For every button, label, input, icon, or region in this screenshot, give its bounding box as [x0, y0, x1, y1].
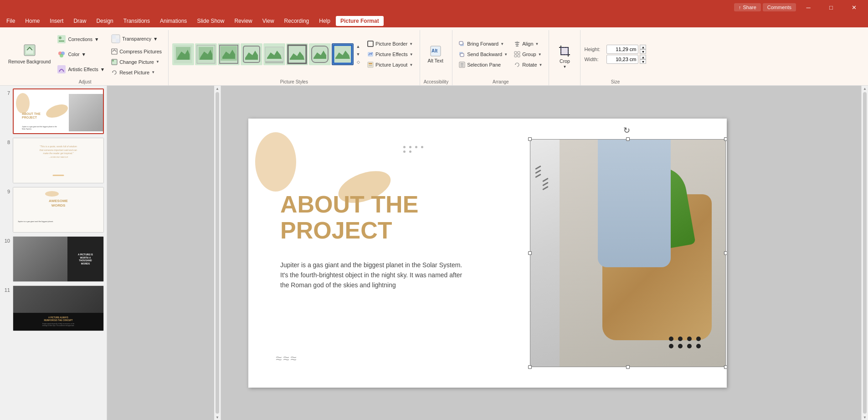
picture-effects-label: Picture Effects — [375, 52, 408, 57]
send-backward-label: Send Backward — [467, 52, 502, 57]
change-picture-button[interactable]: Change Picture ▼ — [108, 57, 164, 67]
style-thumb-1[interactable] — [172, 43, 194, 65]
left-scrollbar[interactable]: ▲ ▼ — [214, 86, 221, 420]
slide-body-text[interactable]: Jupiter is a gas giant and the biggest p… — [280, 260, 472, 290]
gallery-up-arrow[interactable]: ▲ — [354, 43, 362, 50]
width-input[interactable] — [606, 55, 638, 64]
menu-transitions[interactable]: Transitions — [119, 16, 154, 26]
handle-mr[interactable] — [724, 251, 727, 255]
menu-slideshow[interactable]: Slide Show — [192, 16, 229, 26]
bring-forward-button[interactable]: Bring Forward ▼ — [456, 39, 510, 49]
slide-panel[interactable]: 7 ABOUT THEPROJECT Jupiter is a gas gian… — [0, 86, 107, 420]
reset-label: Reset Picture — [119, 70, 149, 75]
menu-recording[interactable]: Recording — [280, 16, 314, 26]
compress-pictures-button[interactable]: Compress Pictures — [108, 47, 164, 57]
scroll-up[interactable]: ▲ — [215, 86, 220, 91]
scroll-thumb[interactable] — [216, 92, 219, 414]
style-thumb-7[interactable] — [309, 43, 331, 65]
menu-home[interactable]: Home — [21, 16, 44, 26]
reset-picture-button[interactable]: Reset Picture ▼ — [108, 67, 164, 78]
selection-pane-button[interactable]: Selection Pane — [456, 60, 510, 70]
size-inputs: Height: ▲ ▼ Width: ▲ ▼ — [584, 45, 646, 64]
gallery-down-arrow[interactable]: ▼ — [354, 51, 362, 58]
handle-br[interactable] — [724, 365, 727, 369]
height-spin[interactable]: ▲ ▼ — [640, 45, 646, 54]
remove-background-button[interactable]: Remove Background — [5, 38, 53, 71]
maximize-button[interactable]: □ — [821, 0, 842, 15]
svg-rect-22 — [265, 62, 283, 63]
slide-thumb-7[interactable]: 7 ABOUT THEPROJECT Jupiter is a gas gian… — [2, 88, 105, 135]
picture-layout-button[interactable]: Picture Layout ▼ — [365, 60, 416, 70]
group-button[interactable]: Group ▼ — [511, 49, 545, 59]
slide-thumb-11[interactable]: 11 A PICTURE ALWAYSREINFORCES THE CONCEP… — [2, 285, 105, 332]
handle-tl[interactable] — [528, 137, 532, 141]
slide-preview-10[interactable]: A PICTURE ISWORTH ATHOUSANDWORDS — [13, 236, 104, 282]
picture-styles-group-label: Picture Styles — [172, 78, 416, 85]
title-bar: ↑ Share Comments ─ □ ✕ — [0, 0, 868, 15]
v-scroll-up[interactable]: ▲ — [862, 86, 868, 91]
width-spin[interactable]: ▲ ▼ — [640, 55, 646, 64]
menu-help[interactable]: Help — [314, 16, 335, 26]
corrections-button[interactable]: Corrections ▼ — [54, 32, 108, 47]
v-scroll-thumb[interactable] — [863, 92, 867, 414]
menu-file[interactable]: File — [2, 16, 20, 26]
scroll-down[interactable]: ▼ — [215, 415, 220, 420]
slide-main-title[interactable]: ABOUT THE PROJECT — [280, 192, 418, 244]
bg-shape-1 — [255, 132, 296, 192]
alt-text-button[interactable]: Alt Alt Text — [424, 38, 447, 71]
image-container[interactable]: ↻ — [530, 139, 726, 367]
slide-preview-8[interactable]: "This is a quote, words full of wisdomth… — [13, 138, 104, 183]
handle-tc[interactable] — [626, 137, 630, 141]
crop-button[interactable]: Crop ▼ — [553, 41, 576, 73]
width-up[interactable]: ▲ — [640, 55, 646, 59]
comments-button[interactable]: Comments — [763, 3, 796, 11]
share-button[interactable]: ↑ Share — [734, 3, 761, 11]
slide-canvas: ≈≈≈ ABOUT THE PROJECT Jupiter is a gas g… — [248, 119, 727, 388]
menu-draw[interactable]: Draw — [69, 16, 91, 26]
width-down[interactable]: ▼ — [640, 59, 646, 64]
picture-border-button[interactable]: Picture Border ▼ — [365, 39, 416, 49]
v-scroll-down[interactable]: ▼ — [862, 415, 868, 420]
rotate-handle[interactable]: ↻ — [623, 125, 632, 135]
gallery-scroll-buttons[interactable]: ▲ ▼ ◇ — [354, 43, 362, 66]
slide-preview-11[interactable]: A PICTURE ALWAYSREINFORCES THE CONCEPT I… — [13, 285, 104, 331]
handle-tr[interactable] — [724, 137, 727, 141]
style-thumb-6[interactable] — [286, 43, 308, 65]
height-up[interactable]: ▲ — [640, 45, 646, 49]
menu-animations[interactable]: Animations — [155, 16, 191, 26]
height-input[interactable] — [606, 45, 638, 54]
slide-thumb-9[interactable]: 9 AWESOMEWORDS Jupiter is a gas giant an… — [2, 186, 105, 233]
picture-border-icon — [367, 41, 374, 47]
color-button[interactable]: Color ▼ — [54, 47, 108, 62]
slide-preview-9[interactable]: AWESOMEWORDS Jupiter is a gas giant and … — [13, 187, 104, 233]
slide-number-8: 8 — [3, 140, 10, 145]
minimize-button[interactable]: ─ — [798, 0, 819, 15]
send-backward-button[interactable]: Send Backward ▼ — [456, 49, 510, 59]
menu-insert[interactable]: Insert — [45, 16, 68, 26]
slide-thumb-10[interactable]: 10 A PICTURE ISWORTH ATHOUSANDWORDS — [2, 235, 105, 283]
style-thumb-2[interactable] — [195, 43, 217, 65]
align-button[interactable]: Align ▼ — [511, 39, 545, 49]
style-thumb-8[interactable] — [332, 43, 354, 65]
style-thumb-5[interactable] — [263, 43, 285, 65]
gallery-more-arrow[interactable]: ◇ — [354, 58, 362, 66]
slide-thumb-8[interactable]: 8 "This is a quote, words full of wisdom… — [2, 137, 105, 184]
height-down[interactable]: ▼ — [640, 49, 646, 54]
handle-bc[interactable] — [626, 365, 630, 369]
slide-preview-7[interactable]: ABOUT THEPROJECT Jupiter is a gas giant … — [13, 88, 104, 134]
artistic-effects-button[interactable]: Artistic Effects ▼ — [54, 62, 108, 77]
handle-ml[interactable] — [528, 251, 532, 255]
handle-bl[interactable] — [528, 365, 532, 369]
rotate-button[interactable]: Rotate ▼ — [511, 60, 545, 70]
menu-design[interactable]: Design — [92, 16, 118, 26]
style-thumb-4[interactable] — [241, 43, 262, 65]
menu-picture-format[interactable]: Picture Format — [336, 16, 384, 26]
style-thumb-3[interactable] — [218, 43, 240, 65]
close-button[interactable]: ✕ — [843, 0, 864, 15]
picture-effects-button[interactable]: Picture Effects ▼ — [365, 49, 416, 59]
right-scrollbar[interactable]: ▲ ▼ — [861, 86, 868, 420]
menu-view[interactable]: View — [258, 16, 279, 26]
menu-review[interactable]: Review — [230, 16, 257, 26]
transparency-button[interactable]: Transparency ▼ — [108, 31, 164, 46]
remove-bg-icon — [23, 44, 36, 58]
